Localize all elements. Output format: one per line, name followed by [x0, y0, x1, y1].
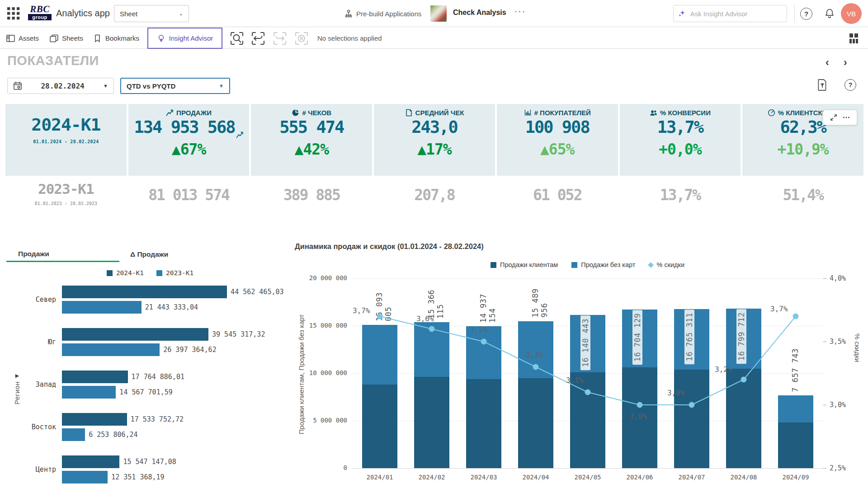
help-button[interactable]: ?: [800, 8, 812, 20]
discount-point-label: 3,1%: [566, 376, 584, 385]
region-label[interactable]: Запад: [5, 371, 62, 399]
region-sales-chart-panel: Продажи Δ Продажи 2024-К12023-К1 ▶ Регио…: [5, 244, 294, 488]
prev-sheet-chevron-icon[interactable]: ‹: [826, 56, 829, 69]
bookmarks-button[interactable]: Bookmarks: [93, 28, 139, 49]
insight-advisor-searchbox[interactable]: [673, 5, 787, 22]
expand-icon[interactable]: [830, 114, 837, 121]
y-right-tick-mark: [823, 278, 826, 279]
app-thumbnail[interactable]: [430, 5, 447, 22]
bar-Продажи клиентам-2024/01[interactable]: [362, 385, 397, 468]
bar-value-label: 17 533 752,72: [131, 415, 184, 423]
kpi-value-text: 134 953 568: [134, 117, 235, 137]
bar-Продажи клиентам-2024/08[interactable]: [726, 369, 761, 469]
kpi-prev-value: 61 052: [497, 186, 618, 204]
region-bars: 17 764 886,0114 567 701,59: [62, 371, 292, 399]
sheet-toolbar: Assets Sheets Bookmarks Insight Advisor …: [0, 28, 868, 49]
kpi-card-header: ПРОДАЖИ: [128, 109, 250, 117]
bar-2024-К1-Центр[interactable]: [62, 455, 119, 468]
search-input[interactable]: [690, 10, 782, 18]
bar-total-label: 15 093 005: [375, 278, 393, 321]
filter-document-icon[interactable]: [816, 79, 828, 91]
bar-2024-К1-Север[interactable]: [62, 286, 227, 298]
sheet-help-button[interactable]: ?: [844, 79, 856, 91]
more-menu-icon[interactable]: ···: [514, 6, 526, 16]
sheet-selector-dropdown[interactable]: Sheet ⌄: [114, 5, 189, 22]
bar-2023-К1-Юг[interactable]: [62, 343, 160, 356]
date-filter[interactable]: 28.02.2024 ▼: [7, 78, 114, 94]
legend-item-% скидки[interactable]: % скидки: [649, 261, 684, 268]
y-left-tick: 20 000 000: [294, 274, 347, 282]
more-options-icon[interactable]: [843, 114, 850, 121]
comparison-filter[interactable]: QTD vs PYQTD ▼: [120, 78, 230, 94]
assets-button[interactable]: Assets: [6, 28, 39, 49]
sheets-button[interactable]: Sheets: [50, 28, 83, 49]
bar-2023-К1-Запад[interactable]: [62, 386, 116, 399]
y-right-tick-mark: [823, 342, 826, 342]
gauge-icon: [768, 109, 775, 117]
legend-item-2023-К1[interactable]: 2023-К1: [156, 269, 193, 277]
discount-point-label: 3,0%: [630, 412, 647, 421]
legend-item-2024-К1[interactable]: 2024-К1: [107, 269, 144, 277]
qlik-analytics-app: RBC group Analytics app Sheet ⌄ Pre-buil…: [0, 0, 868, 488]
sheet-selector-value: Sheet: [120, 10, 179, 18]
region-label[interactable]: Север: [5, 286, 62, 314]
user-avatar[interactable]: VB: [841, 3, 862, 24]
insight-advisor-button[interactable]: Insight Advisor: [147, 28, 222, 49]
bar-Продажи клиентам-2024/04[interactable]: [518, 378, 553, 469]
sheet-grid-view-icon[interactable]: [849, 33, 861, 44]
bar-Продажи без карт-2024/09[interactable]: [778, 395, 813, 422]
assets-label: Assets: [19, 34, 39, 42]
app-launcher-icon[interactable]: [7, 7, 20, 20]
bar-Продажи без карт-2024/04[interactable]: [518, 321, 553, 378]
kpi-prev-period-cell: 2023-К1 01.01.2023 - 28.02.2023: [5, 176, 127, 216]
bar-2023-К1-Центр[interactable]: [62, 471, 108, 483]
bar-Продажи без карт-2024/01[interactable]: [362, 325, 397, 385]
discount-point-label: 3,6%: [416, 314, 434, 323]
step-back-selection-icon[interactable]: [250, 30, 267, 47]
selections-status: No selections applied: [317, 28, 382, 49]
next-sheet-chevron-icon[interactable]: ›: [844, 56, 847, 69]
kpi-prev-value: 389 885: [251, 186, 372, 204]
bar-value-label: 39 545 317,32: [212, 330, 265, 338]
region-label[interactable]: Центр: [5, 455, 62, 483]
legend-item-Продажи без карт[interactable]: Продажи без карт: [571, 261, 635, 268]
page-title: ПОКАЗАТЕЛИ: [7, 53, 99, 68]
insight-advisor-label: Insight Advisor: [169, 34, 213, 42]
region-bar-chart: Север44 562 465,0321 443 333,04Юг39 545 …: [5, 286, 294, 488]
kpi-card-3: СРЕДНИЙ ЧЕК243,0▲17%: [374, 104, 495, 176]
current-app-name[interactable]: Check Analysis: [453, 9, 506, 17]
bar-2023-К1-Север[interactable]: [62, 301, 142, 314]
bar-value-label: 26 397 364,62: [163, 346, 216, 354]
search-selections-icon[interactable]: [228, 30, 245, 47]
region-label[interactable]: Юг: [5, 328, 62, 356]
legend-label: Продажи без карт: [581, 261, 635, 268]
gridline: [352, 468, 823, 469]
bar-2023-К1-Восток[interactable]: [62, 428, 85, 441]
region-label[interactable]: Восток: [5, 413, 62, 441]
line-chart-icon: [166, 109, 174, 117]
prebuild-applications-link[interactable]: Pre-build Applications: [344, 6, 421, 21]
bar-Продажи клиентам-2024/09[interactable]: [778, 422, 813, 468]
bar-Продажи без карт-2024/02[interactable]: [414, 322, 449, 377]
kpi-delta: +10,9%: [742, 141, 863, 158]
receipt-icon: [405, 109, 413, 117]
bar-2024-К1-Восток[interactable]: [62, 413, 127, 426]
bar-2024-К1-Юг[interactable]: [62, 328, 208, 341]
notifications-bell-icon[interactable]: [824, 7, 835, 20]
region-group-Север: Север44 562 465,0321 443 333,04: [5, 286, 294, 314]
tab-sales[interactable]: Продажи: [6, 247, 119, 262]
bar-Продажи без карт-2024/03[interactable]: [466, 326, 501, 379]
bar-Продажи клиентам-2024/02[interactable]: [414, 377, 449, 468]
tab-delta-sales[interactable]: Δ Продажи: [120, 247, 233, 262]
bar-value-label: 21 443 333,04: [145, 303, 198, 311]
legend-item-Продажи клиентам[interactable]: Продажи клиентам: [491, 261, 558, 268]
legend-swatch: [571, 262, 577, 268]
bar-2024-К1-Запад[interactable]: [62, 371, 128, 383]
bar-row: 17 533 752,72: [62, 413, 292, 426]
bar-Продажи клиентам-2024/07[interactable]: [674, 370, 709, 468]
bar-total-label: 14 937 154: [479, 278, 497, 323]
x-axis-label: 2024/02: [407, 474, 457, 481]
people-icon: [650, 109, 657, 117]
bar-Продажи клиентам-2024/05[interactable]: [570, 372, 605, 468]
bar-Продажи клиентам-2024/03[interactable]: [466, 379, 501, 468]
